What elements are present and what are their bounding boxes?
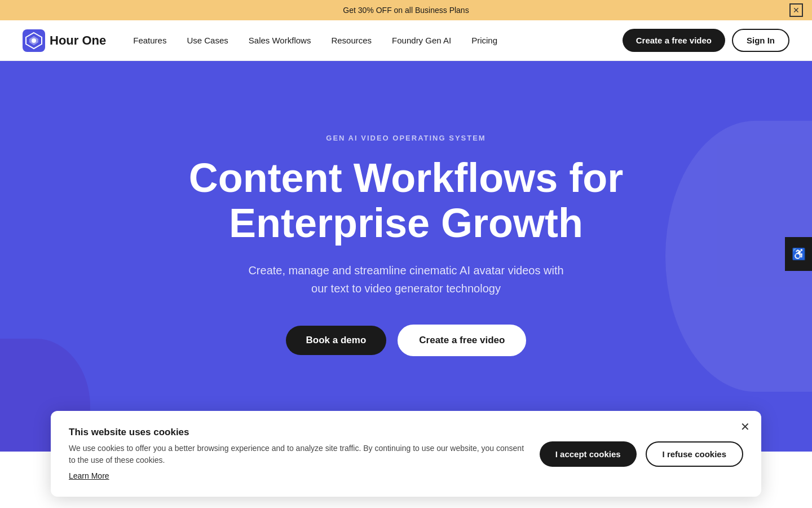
hero-subtitle: Create, manage and streamline cinematic … [242, 261, 570, 297]
book-demo-button[interactable]: Book a demo [286, 326, 387, 355]
accept-cookies-button[interactable]: I accept cookies [540, 441, 637, 467]
cookie-close-button[interactable]: ✕ [740, 420, 750, 433]
nav-create-free-video-button[interactable]: Create a free video [623, 29, 725, 52]
banner-text: Get 30% OFF on all Business Plans [343, 6, 469, 15]
hero-title: Content Workflows for Enterprise Growth [189, 156, 624, 245]
banner-close-button[interactable]: ✕ [789, 3, 803, 17]
accessibility-icon: ♿ [792, 247, 806, 261]
nav-use-cases[interactable]: Use Cases [187, 36, 228, 45]
cookie-banner: This website uses cookies We use cookies… [51, 411, 761, 497]
svg-point-3 [32, 38, 36, 43]
cookie-description: We use cookies to offer you a better bro… [69, 443, 526, 466]
accessibility-button[interactable]: ♿ [785, 237, 812, 271]
navbar: Hour One Features Use Cases Sales Workfl… [0, 20, 812, 61]
cookie-actions: I accept cookies I refuse cookies [540, 441, 743, 467]
hero-section: GEN AI VIDEO OPERATING SYSTEM Content Wo… [0, 61, 812, 452]
hour-one-logo-icon [23, 29, 45, 52]
hero-title-line2: Enterprise Growth [229, 200, 583, 246]
cookie-learn-more-link[interactable]: Learn More [69, 471, 109, 480]
logo-text: Hour One [50, 33, 106, 48]
refuse-cookies-button[interactable]: I refuse cookies [646, 441, 743, 467]
hero-title-line1: Content Workflows for [189, 155, 624, 200]
hero-buttons: Book a demo Create a free video [286, 325, 527, 356]
nav-links: Features Use Cases Sales Workflows Resou… [133, 36, 623, 45]
nav-actions: Create a free video Sign In [623, 29, 789, 52]
nav-features[interactable]: Features [133, 36, 166, 45]
nav-resources[interactable]: Resources [331, 36, 372, 45]
cookie-title: This website uses cookies [69, 427, 526, 438]
nav-sign-in-button[interactable]: Sign In [732, 29, 789, 52]
nav-pricing[interactable]: Pricing [471, 36, 497, 45]
nav-sales-workflows[interactable]: Sales Workflows [249, 36, 311, 45]
nav-foundry-gen-ai[interactable]: Foundry Gen AI [392, 36, 451, 45]
cookie-text-area: This website uses cookies We use cookies… [69, 427, 526, 481]
top-banner: Get 30% OFF on all Business Plans ✕ [0, 0, 812, 20]
hero-eyebrow: GEN AI VIDEO OPERATING SYSTEM [326, 134, 486, 142]
create-free-video-button[interactable]: Create a free video [398, 325, 526, 356]
logo-link[interactable]: Hour One [23, 29, 106, 52]
